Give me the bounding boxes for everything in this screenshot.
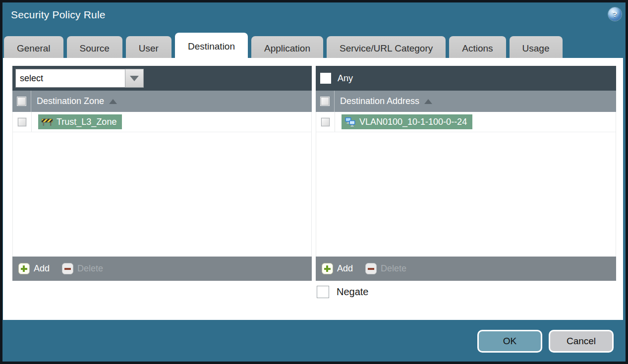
cancel-button[interactable]: Cancel (549, 330, 614, 353)
network-computers-icon (344, 117, 356, 127)
address-column-header-label[interactable]: Destination Address (340, 96, 419, 106)
chevron-down-icon (130, 76, 139, 81)
destination-address-panel: Any Destination Address (316, 66, 616, 281)
tab-application[interactable]: Application (251, 36, 323, 60)
negate-label: Negate (337, 286, 369, 298)
delete-minus-icon (365, 263, 377, 274)
negate-checkbox[interactable] (317, 286, 329, 298)
address-row-checkbox[interactable] (321, 117, 330, 127)
tab-actions[interactable]: Actions (449, 36, 506, 60)
security-policy-rule-dialog: Security Policy Rule ? General Source Us… (0, 0, 628, 364)
zone-column-header-row: Destination Zone (12, 91, 312, 112)
zone-row-checkbox[interactable] (17, 117, 27, 127)
zone-header-checkbox-cell (12, 91, 31, 112)
zone-panel-footer: Add Delete (12, 257, 312, 281)
ok-button[interactable]: OK (477, 330, 542, 353)
address-select-all-checkbox[interactable] (320, 97, 330, 106)
any-label: Any (338, 73, 353, 84)
zone-row-checkbox-cell (13, 112, 32, 132)
delete-button-label: Delete (77, 263, 103, 274)
add-plus-icon (18, 263, 30, 274)
table-row: Trust_L3_Zone (13, 112, 311, 132)
address-panel-toolbar: Any (316, 66, 616, 91)
address-row-checkbox-cell (316, 112, 335, 132)
zone-delete-button[interactable]: Delete (62, 263, 103, 274)
title-bar: Security Policy Rule ? (2, 2, 626, 33)
address-add-button[interactable]: Add (322, 263, 353, 274)
zone-column-header-label[interactable]: Destination Zone (37, 96, 104, 106)
dialog-title: Security Policy Rule (11, 9, 106, 21)
address-delete-button[interactable]: Delete (365, 263, 406, 274)
delete-button-label: Delete (381, 263, 406, 274)
zone-item-trust-l3-zone[interactable]: Trust_L3_Zone (38, 114, 122, 129)
help-icon[interactable]: ? (608, 7, 622, 21)
address-header-checkbox-cell (316, 91, 335, 112)
tab-bar: General Source User Destination Applicat… (4, 33, 563, 60)
zone-select-input[interactable] (15, 69, 125, 88)
zone-select-dropdown-button[interactable] (125, 69, 144, 88)
address-panel-footer: Add Delete (316, 257, 616, 281)
negate-row: Negate (317, 286, 369, 298)
address-column-header-row: Destination Address (316, 91, 616, 112)
zone-item-label: Trust_L3_Zone (57, 117, 116, 127)
add-plus-icon (322, 263, 333, 274)
any-checkbox-group: Any (320, 73, 353, 84)
question-mark-glyph: ? (613, 10, 617, 18)
destination-tab-content: Destination Zone (3, 58, 623, 320)
zone-panel-toolbar (12, 66, 312, 91)
zone-barrier-icon (41, 117, 53, 126)
tab-general[interactable]: General (4, 36, 63, 60)
zone-select-all-checkbox[interactable] (17, 97, 26, 106)
add-button-label: Add (34, 263, 50, 274)
tab-source[interactable]: Source (67, 36, 122, 60)
table-row: VLAN0100_10-1-100-0--24 (316, 112, 616, 132)
tab-destination[interactable]: Destination (175, 33, 248, 60)
delete-minus-icon (62, 263, 73, 274)
tab-user[interactable]: User (126, 36, 171, 60)
address-item-label: VLAN0100_10-1-100-0--24 (359, 117, 467, 127)
tab-usage[interactable]: Usage (510, 36, 563, 60)
zone-add-button[interactable]: Add (18, 263, 50, 274)
sort-ascending-icon[interactable] (109, 99, 117, 104)
destination-zone-panel: Destination Zone (12, 66, 312, 281)
tab-service-url-category[interactable]: Service/URL Category (327, 36, 446, 60)
zone-select-combobox (15, 69, 144, 88)
add-button-label: Add (337, 263, 353, 274)
sort-ascending-icon[interactable] (424, 99, 432, 104)
address-list: VLAN0100_10-1-100-0--24 (316, 112, 616, 257)
zone-list: Trust_L3_Zone (12, 112, 312, 257)
any-checkbox[interactable] (320, 73, 331, 84)
address-item-vlan0100[interactable]: VLAN0100_10-1-100-0--24 (342, 114, 472, 129)
